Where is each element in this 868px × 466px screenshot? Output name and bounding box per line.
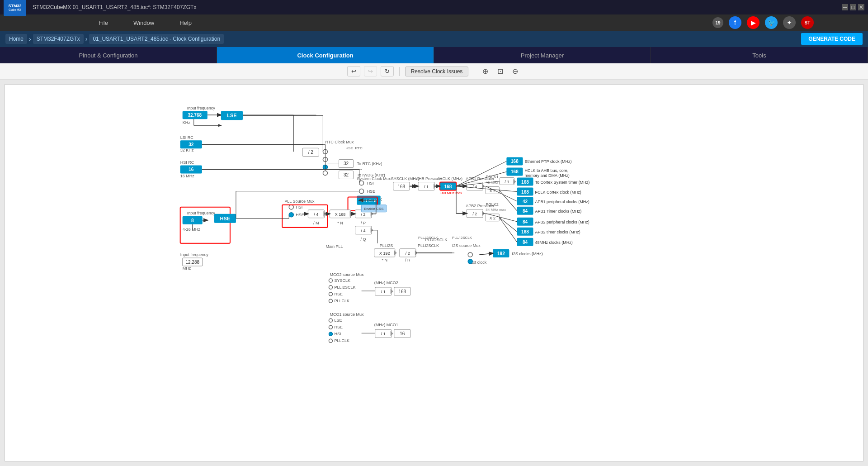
svg-point-182 xyxy=(329,319,332,322)
svg-text:HSE: HSE xyxy=(296,213,304,217)
close-button[interactable]: ✕ xyxy=(858,4,864,10)
svg-point-184 xyxy=(329,325,332,329)
svg-text:16: 16 xyxy=(400,331,405,336)
svg-text:MHz: MHz xyxy=(183,266,191,271)
svg-text:HCLK (MHz): HCLK (MHz) xyxy=(439,176,462,181)
svg-text:HSI: HSI xyxy=(367,181,374,185)
svg-text:memory and DMA (MHz): memory and DMA (MHz) xyxy=(524,173,569,178)
svg-text:AHB Prescaler: AHB Prescaler xyxy=(416,176,443,181)
tab-tools[interactable]: Tools xyxy=(651,47,868,63)
maximize-button[interactable]: □ xyxy=(850,4,856,10)
toolbar: ↩ ↪ ↻ Resolve Clock Issues ⊕ ⊡ ⊖ xyxy=(0,63,868,80)
svg-text:Input frequency: Input frequency xyxy=(187,211,216,215)
svg-text:32.768: 32.768 xyxy=(188,113,202,118)
tab-clock[interactable]: Clock Configuration xyxy=(217,47,434,63)
svg-text:HCLK to AHB bus, core,: HCLK to AHB bus, core, xyxy=(524,168,568,173)
svg-text:To RTC (KHz): To RTC (KHz) xyxy=(357,162,382,166)
minimize-button[interactable]: ─ xyxy=(842,4,848,10)
zoom-out-icon[interactable]: ⊖ xyxy=(509,66,521,76)
menubar-right: 19 f ▶ 🐦 ✦ ST xyxy=(712,16,814,29)
svg-text:* N: * N xyxy=(382,258,387,262)
svg-text:SYSCLK (MHz): SYSCLK (MHz) xyxy=(391,176,420,181)
svg-text:Main PLL: Main PLL xyxy=(326,244,343,249)
window-menu[interactable]: Window xyxy=(130,18,158,28)
clock-diagram[interactable]: Input frequency 32.768 KHz LSE LSI RC 32… xyxy=(5,84,863,461)
svg-text:RTC Clock Mux: RTC Clock Mux xyxy=(325,140,354,144)
youtube-icon[interactable]: ▶ xyxy=(747,16,760,29)
svg-text:/ 1: / 1 xyxy=(424,185,429,189)
svg-text:/ M: / M xyxy=(313,221,319,225)
help-menu[interactable]: Help xyxy=(176,18,195,28)
svg-text:/ 2: / 2 xyxy=(308,150,314,155)
svg-text:/ 2: / 2 xyxy=(361,212,366,217)
svg-text:/ 1: / 1 xyxy=(505,180,509,184)
titlebar-title: STM32CubeMX 01_USART1_USART2_485.ioc*: S… xyxy=(33,4,196,10)
svg-text:PLLCLK: PLLCLK xyxy=(334,338,349,343)
svg-text:8: 8 xyxy=(191,218,194,223)
svg-text:/ 1: / 1 xyxy=(381,332,386,336)
chip-breadcrumb[interactable]: STM32F407ZGTx xyxy=(33,34,84,44)
svg-text:KHz: KHz xyxy=(183,120,191,125)
svg-text:/ 4: / 4 xyxy=(314,212,318,217)
svg-point-168 xyxy=(329,285,332,289)
app-logo: STM32 CubeMX xyxy=(4,0,26,16)
diagram-svg: Input frequency 32.768 KHz LSE LSI RC 32… xyxy=(5,85,863,461)
file-breadcrumb[interactable]: 01_USART1_USART2_485.ioc - Clock Configu… xyxy=(89,34,224,44)
twitter-icon[interactable]: 🐦 xyxy=(765,16,778,29)
svg-text:84: 84 xyxy=(523,209,528,214)
svg-point-161 xyxy=(468,259,472,264)
redo-button[interactable]: ↪ xyxy=(364,66,377,76)
svg-text:32: 32 xyxy=(189,142,194,147)
breadcrumb: Home › STM32F407ZGTx › 01_USART1_USART2_… xyxy=(5,34,224,44)
refresh-button[interactable]: ↻ xyxy=(381,66,394,76)
network-icon[interactable]: ✦ xyxy=(783,16,796,29)
toolbar-separator2 xyxy=(474,67,474,76)
svg-point-188 xyxy=(329,339,332,342)
svg-text:168: 168 xyxy=(398,289,406,294)
svg-text:Ethernet PTP clock (MHz): Ethernet PTP clock (MHz) xyxy=(524,159,571,164)
svg-text:(MHz) MCO1: (MHz) MCO1 xyxy=(374,323,398,327)
svg-text:168: 168 xyxy=(397,184,405,189)
svg-text:84: 84 xyxy=(523,219,528,224)
tab-pinout[interactable]: Pinout & Configuration xyxy=(0,47,217,63)
undo-button[interactable]: ↩ xyxy=(347,66,360,76)
zoom-in-icon[interactable]: ⊕ xyxy=(480,66,491,76)
svg-text:192: 192 xyxy=(497,251,505,256)
svg-text:48MHz clocks (MHz): 48MHz clocks (MHz) xyxy=(535,240,573,245)
svg-text:16: 16 xyxy=(189,167,194,172)
svg-text:APB1 Timer clocks (MHz): APB1 Timer clocks (MHz) xyxy=(535,209,582,214)
main-content: Input frequency 32.768 KHz LSE LSI RC 32… xyxy=(0,80,868,466)
svg-text:I2S clocks (MHz): I2S clocks (MHz) xyxy=(512,252,542,256)
svg-text:32: 32 xyxy=(344,172,349,177)
file-menu[interactable]: File xyxy=(95,18,112,28)
svg-text:HSE: HSE xyxy=(334,325,343,329)
svg-text:* N: * N xyxy=(337,221,343,225)
svg-text:PLLI2S: PLLI2S xyxy=(380,243,393,248)
svg-text:LSE: LSE xyxy=(227,113,236,118)
tab-project[interactable]: Project Manager xyxy=(434,47,651,63)
svg-text:/ 2: / 2 xyxy=(406,251,410,256)
generate-code-button[interactable]: GENERATE CODE xyxy=(801,33,863,45)
home-breadcrumb[interactable]: Home xyxy=(5,34,27,44)
menubar: File Window Help 19 f ▶ 🐦 ✦ ST xyxy=(0,14,868,31)
st-icon[interactable]: ST xyxy=(801,16,814,29)
svg-marker-177 xyxy=(391,289,393,294)
svg-text:MCO2 source Mux: MCO2 source Mux xyxy=(330,272,364,277)
svg-text:PLL/I2SCLK: PLL/I2SCLK xyxy=(452,236,472,240)
svg-text:32: 32 xyxy=(344,161,349,166)
svg-text:/ R: / R xyxy=(405,258,410,262)
svg-text:4-26 MHz: 4-26 MHz xyxy=(183,227,201,232)
svg-line-229 xyxy=(479,253,493,255)
svg-point-170 xyxy=(329,292,332,296)
svg-text:APB2 peripheral clocks (MHz): APB2 peripheral clocks (MHz) xyxy=(535,220,590,224)
svg-text:/ 4: / 4 xyxy=(472,185,477,189)
titlebar-controls[interactable]: ─ □ ✕ xyxy=(842,4,864,10)
facebook-icon[interactable]: f xyxy=(729,16,741,29)
svg-text:(MHz) MCO2: (MHz) MCO2 xyxy=(374,281,398,285)
fit-icon[interactable]: ⊡ xyxy=(495,66,506,76)
svg-text:Input frequency: Input frequency xyxy=(187,106,216,110)
svg-text:X 192: X 192 xyxy=(379,251,390,256)
notification-badge[interactable]: 19 xyxy=(712,17,723,28)
svg-point-186 xyxy=(329,332,332,336)
resolve-clock-button[interactable]: Resolve Clock Issues xyxy=(405,67,469,76)
